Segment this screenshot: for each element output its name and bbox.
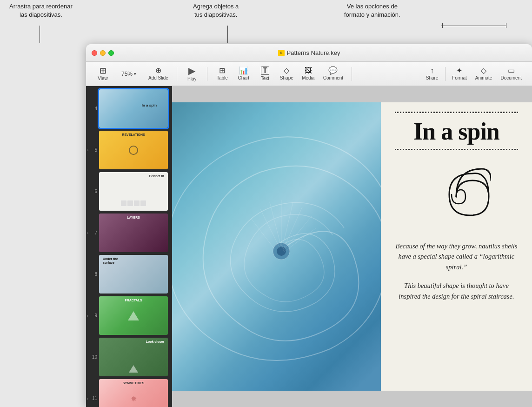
- comment-button[interactable]: 💬 Comment: [319, 65, 347, 82]
- view-icon: ⊞: [100, 67, 106, 75]
- add-slide-icon: ⊕: [155, 67, 161, 74]
- dotted-line-bottom: [395, 149, 518, 150]
- toolbar-group-play: ▶ Play: [179, 64, 205, 83]
- window-title: K Patterns Nature.key: [278, 49, 340, 56]
- toolbar-group-add: ⊕ Add Slide: [142, 65, 175, 82]
- slide-thumb-4: In a spin: [99, 89, 168, 128]
- comment-label: Comment: [323, 75, 343, 80]
- tooltip-left: Arrastra para reordenar las diapositivas…: [9, 2, 73, 19]
- table-button[interactable]: ⊞ Table: [212, 65, 233, 82]
- chart-button[interactable]: 📊 Chart: [233, 65, 254, 82]
- toolbar-group-view: ⊞ View: [90, 65, 116, 83]
- slide-item-5[interactable]: › 5 REVELATIONS: [86, 129, 172, 171]
- share-icon: ↑: [430, 67, 434, 74]
- tooltip-right-line-left: [442, 23, 443, 28]
- format-label: Format: [452, 75, 467, 80]
- section-chevron-9: ›: [87, 314, 88, 318]
- tooltip-left-text: Arrastra para reordenar las diapositivas…: [9, 3, 73, 18]
- tooltip-mid: Agrega objetos a tus diapositivas.: [193, 2, 239, 19]
- document-button[interactable]: ▭ Document: [497, 65, 525, 82]
- slide-item-11[interactable]: › 11 SYMMETRIES ✸: [86, 378, 172, 407]
- add-slide-label: Add Slide: [148, 75, 168, 80]
- slide-num-9: 9: [88, 313, 97, 318]
- format-icon: ✦: [456, 67, 462, 74]
- toolbar-separator-2: [207, 67, 207, 81]
- slide-num-4: 4: [88, 106, 97, 111]
- slide-body-inspiration: This beautiful shape is thought to have …: [399, 282, 514, 300]
- table-label: Table: [217, 75, 228, 80]
- zoom-value: 75%: [121, 71, 133, 77]
- main-area: 4 In a spin › 5 REVELATIONS 6: [86, 86, 532, 407]
- slide-body-text-2: This beautiful shape is thought to have …: [395, 280, 518, 301]
- animate-label: Animate: [475, 75, 492, 80]
- view-label: View: [98, 76, 108, 81]
- slide-item-10[interactable]: 10 Look closer: [86, 336, 172, 378]
- maximize-button[interactable]: [108, 50, 114, 56]
- slide-right-panel: In a spin Because of the way they grow, …: [381, 102, 532, 391]
- document-label: Document: [500, 75, 522, 80]
- nautilus-shell-svg: [172, 126, 381, 377]
- svg-line-9: [284, 228, 316, 252]
- window-title-text: Patterns Nature.key: [287, 49, 340, 56]
- tooltip-right-text: Ve las opciones de formato y animación.: [344, 3, 400, 18]
- media-label: Media: [302, 75, 314, 80]
- zoom-button[interactable]: 75% ▾: [119, 69, 139, 79]
- toolbar-separator-1: [177, 67, 177, 81]
- add-slide-button[interactable]: ⊕ Add Slide: [145, 65, 172, 82]
- tooltip-right: Ve las opciones de formato y animación.: [344, 2, 400, 19]
- slide-item-4[interactable]: 4 In a spin: [86, 88, 172, 129]
- tooltip-area: Arrastra para reordenar las diapositivas…: [0, 0, 532, 42]
- slide-body-text-1: Because of the way they grow, nautilus s…: [395, 241, 518, 272]
- play-button[interactable]: ▶ Play: [182, 64, 202, 83]
- zoom-chevron-icon: ▾: [134, 72, 136, 76]
- slide-thumb-8: Under the surface: [99, 255, 168, 294]
- slide-background-photo: [172, 102, 381, 391]
- play-label: Play: [187, 76, 196, 81]
- table-icon: ⊞: [219, 67, 225, 74]
- slide-thumb-5: REVELATIONS: [99, 131, 168, 169]
- media-icon: 🖼: [305, 67, 312, 74]
- shape-icon: ◇: [284, 67, 289, 74]
- text-label: Text: [261, 76, 269, 81]
- svg-line-4: [270, 202, 281, 247]
- slide-body-quote: Because of the way they grow, nautilus s…: [396, 242, 518, 271]
- titlebar: K Patterns Nature.key: [86, 44, 532, 62]
- text-button[interactable]: T Text: [255, 65, 275, 83]
- media-button[interactable]: 🖼 Media: [298, 65, 319, 82]
- slide-item-9[interactable]: › 9 FRACTALS: [86, 295, 172, 336]
- share-button[interactable]: ↑ Share: [422, 65, 442, 82]
- comment-icon: 💬: [328, 67, 338, 74]
- toolbar: ⊞ View 75% ▾ ⊕ Add Slide ▶ Play: [86, 62, 532, 86]
- animate-button[interactable]: ◇ Animate: [472, 65, 496, 82]
- minimize-button[interactable]: [100, 50, 106, 56]
- slide-num-6: 6: [88, 189, 97, 194]
- tooltip-left-line: [40, 26, 40, 43]
- slide-num-10: 10: [88, 354, 97, 360]
- section-chevron-11: ›: [87, 396, 88, 401]
- slide-item-7[interactable]: › 7 LAYERS: [86, 212, 172, 254]
- play-icon: ▶: [188, 66, 195, 75]
- toolbar-group-insert: ⊞ Table 📊 Chart T Text ◇ Shape 🖼 Media 💬: [209, 65, 350, 83]
- canvas-area: In a spin Because of the way they grow, …: [172, 86, 532, 407]
- slide-panel[interactable]: 4 In a spin › 5 REVELATIONS 6: [86, 86, 172, 407]
- view-button[interactable]: ⊞ View: [93, 65, 113, 83]
- chart-label: Chart: [238, 75, 249, 80]
- shape-button[interactable]: ◇ Shape: [276, 65, 297, 82]
- tooltip-mid-text: Agrega objetos a tus diapositivas.: [193, 3, 239, 18]
- slide-item-8[interactable]: 8 Under the surface: [86, 254, 172, 295]
- toolbar-group-right: ↑ Share ✦ Format ◇ Animate ▭ Document: [419, 65, 528, 82]
- section-chevron-7: ›: [87, 231, 88, 235]
- slide-num-5: 5: [88, 147, 97, 153]
- slide-item-6[interactable]: 6 Perfect fit: [86, 171, 172, 212]
- slide-thumb-7: LAYERS: [99, 214, 168, 252]
- text-icon: T: [261, 67, 269, 75]
- tooltip-right-hline: [441, 26, 506, 26]
- traffic-lights: [92, 50, 114, 56]
- spiral-svg: [421, 162, 491, 232]
- document-icon: ▭: [508, 67, 515, 74]
- slide-title: In a spin: [413, 118, 499, 145]
- chart-icon: 📊: [239, 67, 248, 74]
- svg-line-3: [260, 209, 280, 248]
- close-button[interactable]: [92, 50, 97, 56]
- format-button[interactable]: ✦ Format: [448, 65, 471, 82]
